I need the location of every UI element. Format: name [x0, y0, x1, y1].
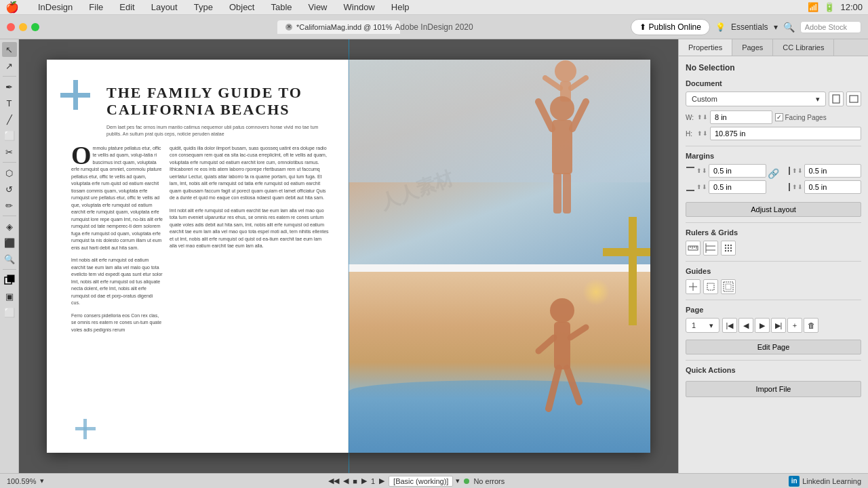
pen-tool[interactable]: ✒	[2, 79, 17, 94]
menu-edit[interactable]: Edit	[117, 1, 137, 14]
margin-right-input[interactable]	[804, 164, 862, 178]
maximize-button[interactable]	[31, 23, 39, 31]
gradient-feather-tool[interactable]: ⬛	[2, 235, 17, 250]
svg-rect-1	[7, 275, 14, 282]
guide-bleed-icon-btn[interactable]	[721, 279, 736, 294]
prev-page-btn-status[interactable]: ◀	[343, 476, 349, 485]
menu-layout[interactable]: Layout	[149, 1, 180, 14]
custom-dropdown[interactable]: Custom ▾	[686, 92, 826, 106]
landscape-icon[interactable]	[846, 92, 861, 106]
page-section-title: Page	[686, 306, 861, 314]
svg-rect-21	[686, 190, 694, 191]
view-mode-button[interactable]: ▣	[2, 289, 17, 304]
zoom-tool[interactable]: 🔍	[2, 251, 17, 266]
page-right[interactable]: 人人素材	[349, 60, 650, 453]
tab-properties[interactable]: Properties	[679, 39, 732, 56]
status-bar: 100.59% ▾ ◀◀ ◀ ■ ▶ 1 ▶ [Basic (working)]…	[0, 473, 868, 488]
margin-bottom-input[interactable]	[709, 180, 766, 194]
rulers-grids-icons	[686, 241, 861, 256]
canvas-area[interactable]: THE FAMILY GUIDE TO CALIFORNIA BEACHS De…	[19, 39, 678, 473]
eyedropper-tool[interactable]: ✏	[2, 198, 17, 213]
svg-rect-10	[553, 173, 561, 214]
fill-stroke-indicator[interactable]	[2, 272, 17, 287]
margin-right-icon	[781, 166, 791, 176]
menu-type[interactable]: Type	[191, 1, 216, 14]
up-down-arrows-w[interactable]: ⬆⬇	[697, 114, 708, 121]
chain-link-icon[interactable]: 🔗	[769, 167, 778, 180]
tool-divider-3	[3, 216, 16, 216]
last-page-btn[interactable]: ▶|	[771, 318, 786, 333]
chain-icon-container: 🔗	[769, 164, 778, 180]
page-dropdown[interactable]: 1 ▾	[686, 318, 719, 333]
free-transform-tool[interactable]: ⬡	[2, 165, 17, 180]
margin-top-input[interactable]	[709, 164, 766, 178]
grid-lines-icon-btn[interactable]	[703, 241, 718, 256]
gold-vertical-bar	[629, 217, 637, 325]
up-down-arrows-h[interactable]: ⬆⬇	[697, 130, 708, 137]
tab-close-icon[interactable]: ✕	[285, 24, 292, 30]
first-page-btn[interactable]: |◀	[722, 318, 737, 333]
quick-actions-title: Quick Actions	[686, 366, 861, 374]
height-input[interactable]	[710, 127, 861, 140]
search-button[interactable]: 🔍	[783, 22, 795, 33]
menu-object[interactable]: Object	[226, 1, 258, 14]
type-tool[interactable]: T	[2, 96, 17, 110]
width-input[interactable]	[710, 110, 772, 124]
tab-pages[interactable]: Pages	[732, 39, 773, 56]
publish-online-button[interactable]: ⬆ Publish Online	[631, 19, 710, 35]
facing-pages-checkbox[interactable]: ✓	[775, 113, 783, 121]
prev-spread-btn[interactable]: ◀◀	[328, 476, 339, 485]
guide-cross-icon-btn[interactable]	[686, 279, 701, 294]
svg-line-16	[549, 368, 559, 409]
linkedin-text: Linkedin Learning	[802, 477, 861, 485]
menu-indesign[interactable]: InDesign	[35, 1, 75, 14]
rotate-tool[interactable]: ↺	[2, 182, 17, 197]
import-file-button[interactable]: Import File	[686, 381, 861, 397]
page-left[interactable]: THE FAMILY GUIDE TO CALIFORNIA BEACHS De…	[47, 60, 349, 453]
menu-window[interactable]: Window	[341, 1, 378, 14]
menu-file[interactable]: File	[86, 1, 106, 14]
direct-selection-tool[interactable]: ↗	[2, 58, 17, 73]
grid-dots-icon-btn[interactable]	[721, 241, 736, 256]
status-dot	[464, 479, 469, 484]
zoom-down-icon[interactable]: ▾	[40, 476, 44, 485]
minimize-button[interactable]	[19, 23, 27, 31]
next-page-btn-status[interactable]: ▶	[379, 476, 384, 485]
document-tab[interactable]: ✕ *CaliforniaMag.indd @ 101%	[277, 20, 400, 34]
next-page-btn[interactable]: ▶	[755, 318, 770, 333]
delete-page-btn[interactable]: 🗑	[804, 318, 818, 333]
margin-left-input[interactable]	[804, 180, 862, 194]
adjust-layout-button[interactable]: Adjust Layout	[686, 202, 861, 217]
screen-mode-button[interactable]: ⬜	[2, 305, 17, 320]
guide-margins-icon-btn[interactable]	[703, 279, 718, 294]
stop-btn[interactable]: ■	[353, 477, 357, 485]
search-label[interactable]: Adobe Stock	[800, 21, 861, 33]
prev-page-btn[interactable]: ◀	[738, 318, 753, 333]
divider-4	[686, 300, 861, 300]
ruler-icon-btn[interactable]	[686, 241, 701, 256]
document-spread[interactable]: THE FAMILY GUIDE TO CALIFORNIA BEACHS De…	[47, 60, 650, 453]
apple-menu[interactable]: 🍎	[5, 1, 19, 14]
gradient-tool[interactable]: ◈	[2, 219, 17, 234]
lightbulb-icon[interactable]: 💡	[715, 22, 726, 32]
svg-line-15	[570, 327, 586, 338]
tab-cc-libraries[interactable]: CC Libraries	[773, 39, 834, 56]
rectangle-tool[interactable]: ⬜	[2, 128, 17, 143]
close-button[interactable]	[7, 23, 15, 31]
portrait-icon[interactable]	[829, 92, 844, 106]
main-container: ↖ ↗ ✒ T ╱ ⬜ ✂ ⬡ ↺ ✏ ◈ ⬛ 🔍 ▣ ⬜	[0, 39, 868, 473]
add-page-btn[interactable]: +	[787, 318, 802, 333]
page-nav-buttons: |◀ ◀ ▶ ▶| + 🗑	[722, 318, 818, 333]
menu-help[interactable]: Help	[389, 1, 412, 14]
mode-chevron: ▾	[456, 476, 460, 485]
line-tool[interactable]: ╱	[2, 112, 17, 127]
selection-tool[interactable]: ↖	[2, 42, 17, 57]
svg-point-6	[550, 96, 574, 121]
menu-table[interactable]: Table	[268, 1, 294, 14]
play-btn[interactable]: ▶	[361, 476, 367, 485]
edit-page-button[interactable]: Edit Page	[686, 340, 861, 354]
menu-view[interactable]: View	[306, 1, 330, 14]
essentials-button[interactable]: Essentials	[731, 22, 768, 32]
statusbar-center: ◀◀ ◀ ■ ▶ 1 ▶ [Basic (working)] ▾ No erro…	[51, 476, 782, 487]
scissors-tool[interactable]: ✂	[2, 144, 17, 159]
